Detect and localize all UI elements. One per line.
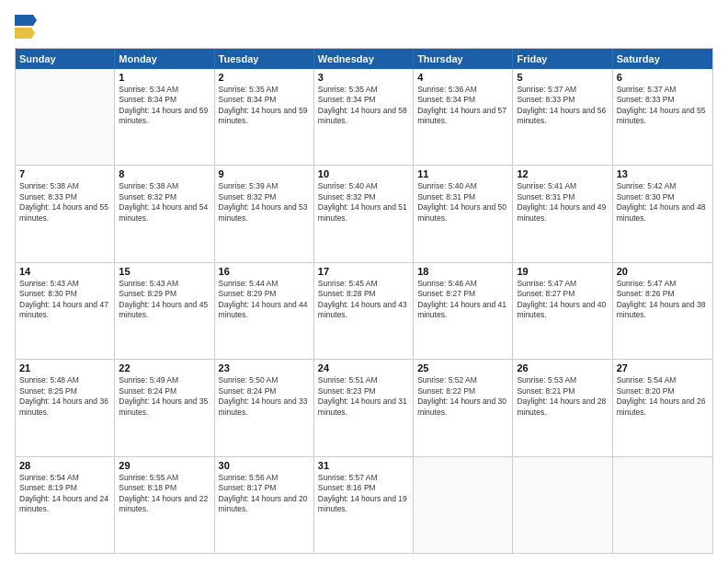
header	[15, 15, 713, 40]
cell-info: Sunrise: 5:37 AM Sunset: 8:33 PM Dayligh…	[617, 85, 709, 127]
cal-cell-2-7: 13Sunrise: 5:42 AM Sunset: 8:30 PM Dayli…	[613, 166, 712, 261]
week-row-1: 1Sunrise: 5:34 AM Sunset: 8:34 PM Daylig…	[16, 69, 712, 166]
cal-cell-5-1: 28Sunrise: 5:54 AM Sunset: 8:19 PM Dayli…	[16, 457, 115, 553]
day-number: 3	[318, 72, 409, 83]
cal-cell-1-4: 3Sunrise: 5:35 AM Sunset: 8:34 PM Daylig…	[314, 69, 414, 165]
cell-info: Sunrise: 5:35 AM Sunset: 8:34 PM Dayligh…	[219, 85, 310, 127]
day-number: 11	[417, 168, 508, 179]
header-day-saturday: Saturday	[613, 49, 712, 69]
cell-info: Sunrise: 5:52 AM Sunset: 8:22 PM Dayligh…	[417, 375, 508, 418]
cell-info: Sunrise: 5:44 AM Sunset: 8:29 PM Dayligh…	[219, 279, 310, 321]
header-day-tuesday: Tuesday	[215, 49, 314, 69]
logo-icon	[15, 15, 37, 40]
cell-info: Sunrise: 5:50 AM Sunset: 8:24 PM Dayligh…	[219, 375, 310, 418]
cal-cell-3-1: 14Sunrise: 5:43 AM Sunset: 8:30 PM Dayli…	[16, 263, 115, 359]
day-number: 4	[417, 72, 508, 83]
calendar-header: SundayMondayTuesdayWednesdayThursdayFrid…	[16, 49, 712, 69]
cal-cell-4-7: 27Sunrise: 5:54 AM Sunset: 8:20 PM Dayli…	[613, 360, 712, 455]
cell-info: Sunrise: 5:39 AM Sunset: 8:32 PM Dayligh…	[219, 181, 310, 224]
day-number: 7	[19, 168, 110, 179]
cell-info: Sunrise: 5:47 AM Sunset: 8:26 PM Dayligh…	[617, 279, 709, 321]
cell-info: Sunrise: 5:48 AM Sunset: 8:25 PM Dayligh…	[19, 375, 110, 418]
day-number: 15	[119, 266, 210, 277]
cal-cell-1-1	[16, 69, 115, 165]
header-day-monday: Monday	[115, 49, 214, 69]
cell-info: Sunrise: 5:55 AM Sunset: 8:18 PM Dayligh…	[119, 473, 210, 515]
week-row-3: 14Sunrise: 5:43 AM Sunset: 8:30 PM Dayli…	[16, 263, 712, 360]
cal-cell-4-6: 26Sunrise: 5:53 AM Sunset: 8:21 PM Dayli…	[513, 360, 612, 455]
day-number: 1	[119, 72, 210, 83]
cal-cell-2-6: 12Sunrise: 5:41 AM Sunset: 8:31 PM Dayli…	[513, 166, 612, 261]
day-number: 5	[517, 72, 608, 83]
cell-info: Sunrise: 5:46 AM Sunset: 8:27 PM Dayligh…	[417, 279, 508, 321]
week-row-4: 21Sunrise: 5:48 AM Sunset: 8:25 PM Dayli…	[16, 360, 712, 456]
cell-info: Sunrise: 5:35 AM Sunset: 8:34 PM Dayligh…	[318, 85, 409, 127]
header-day-sunday: Sunday	[16, 49, 115, 69]
cal-cell-2-4: 10Sunrise: 5:40 AM Sunset: 8:32 PM Dayli…	[314, 166, 414, 261]
cell-info: Sunrise: 5:57 AM Sunset: 8:16 PM Dayligh…	[318, 473, 409, 515]
day-number: 9	[219, 168, 310, 179]
cell-info: Sunrise: 5:40 AM Sunset: 8:31 PM Dayligh…	[417, 181, 508, 224]
cell-info: Sunrise: 5:43 AM Sunset: 8:29 PM Dayligh…	[119, 279, 210, 321]
cal-cell-2-2: 8Sunrise: 5:38 AM Sunset: 8:32 PM Daylig…	[115, 166, 214, 261]
day-number: 25	[417, 362, 508, 373]
day-number: 6	[617, 72, 709, 83]
cell-info: Sunrise: 5:56 AM Sunset: 8:17 PM Dayligh…	[219, 473, 310, 515]
day-number: 26	[517, 362, 608, 373]
cal-cell-5-5	[414, 457, 513, 553]
week-row-5: 28Sunrise: 5:54 AM Sunset: 8:19 PM Dayli…	[16, 457, 712, 553]
cal-cell-3-7: 20Sunrise: 5:47 AM Sunset: 8:26 PM Dayli…	[613, 263, 712, 359]
day-number: 17	[318, 266, 409, 277]
cell-info: Sunrise: 5:38 AM Sunset: 8:33 PM Dayligh…	[19, 181, 110, 224]
cal-cell-4-5: 25Sunrise: 5:52 AM Sunset: 8:22 PM Dayli…	[414, 360, 513, 455]
day-number: 18	[417, 266, 508, 277]
header-day-thursday: Thursday	[414, 49, 513, 69]
cal-cell-1-7: 6Sunrise: 5:37 AM Sunset: 8:33 PM Daylig…	[613, 69, 712, 165]
cal-cell-1-3: 2Sunrise: 5:35 AM Sunset: 8:34 PM Daylig…	[215, 69, 314, 165]
cal-cell-2-5: 11Sunrise: 5:40 AM Sunset: 8:31 PM Dayli…	[414, 166, 513, 261]
day-number: 16	[219, 266, 310, 277]
day-number: 28	[19, 460, 110, 471]
day-number: 21	[19, 362, 110, 373]
day-number: 19	[517, 266, 608, 277]
cell-info: Sunrise: 5:37 AM Sunset: 8:33 PM Dayligh…	[517, 85, 608, 127]
day-number: 24	[318, 362, 409, 373]
cell-info: Sunrise: 5:40 AM Sunset: 8:32 PM Dayligh…	[318, 181, 409, 224]
cal-cell-4-4: 24Sunrise: 5:51 AM Sunset: 8:23 PM Dayli…	[314, 360, 414, 455]
cal-cell-4-3: 23Sunrise: 5:50 AM Sunset: 8:24 PM Dayli…	[215, 360, 314, 455]
day-number: 13	[617, 168, 709, 179]
cal-cell-1-2: 1Sunrise: 5:34 AM Sunset: 8:34 PM Daylig…	[115, 69, 214, 165]
cal-cell-1-5: 4Sunrise: 5:36 AM Sunset: 8:34 PM Daylig…	[414, 69, 513, 165]
cell-info: Sunrise: 5:43 AM Sunset: 8:30 PM Dayligh…	[19, 279, 110, 321]
day-number: 10	[318, 168, 409, 179]
day-number: 14	[19, 266, 110, 277]
cell-info: Sunrise: 5:51 AM Sunset: 8:23 PM Dayligh…	[318, 375, 409, 418]
week-row-2: 7Sunrise: 5:38 AM Sunset: 8:33 PM Daylig…	[16, 166, 712, 262]
cal-cell-5-4: 31Sunrise: 5:57 AM Sunset: 8:16 PM Dayli…	[314, 457, 414, 553]
cal-cell-2-3: 9Sunrise: 5:39 AM Sunset: 8:32 PM Daylig…	[215, 166, 314, 261]
day-number: 30	[219, 460, 310, 471]
day-number: 31	[318, 460, 409, 471]
cell-info: Sunrise: 5:53 AM Sunset: 8:21 PM Dayligh…	[517, 375, 608, 418]
day-number: 22	[119, 362, 210, 373]
svg-marker-1	[15, 28, 35, 39]
calendar: SundayMondayTuesdayWednesdayThursdayFrid…	[15, 48, 713, 554]
cell-info: Sunrise: 5:41 AM Sunset: 8:31 PM Dayligh…	[517, 181, 608, 224]
cell-info: Sunrise: 5:49 AM Sunset: 8:24 PM Dayligh…	[119, 375, 210, 418]
cal-cell-3-3: 16Sunrise: 5:44 AM Sunset: 8:29 PM Dayli…	[215, 263, 314, 359]
cal-cell-4-1: 21Sunrise: 5:48 AM Sunset: 8:25 PM Dayli…	[16, 360, 115, 455]
header-day-wednesday: Wednesday	[314, 49, 414, 69]
cal-cell-4-2: 22Sunrise: 5:49 AM Sunset: 8:24 PM Dayli…	[115, 360, 214, 455]
cell-info: Sunrise: 5:54 AM Sunset: 8:19 PM Dayligh…	[19, 473, 110, 515]
cal-cell-1-6: 5Sunrise: 5:37 AM Sunset: 8:33 PM Daylig…	[513, 69, 612, 165]
cell-info: Sunrise: 5:47 AM Sunset: 8:27 PM Dayligh…	[517, 279, 608, 321]
cal-cell-5-2: 29Sunrise: 5:55 AM Sunset: 8:18 PM Dayli…	[115, 457, 214, 553]
cal-cell-3-6: 19Sunrise: 5:47 AM Sunset: 8:27 PM Dayli…	[513, 263, 612, 359]
day-number: 27	[617, 362, 709, 373]
cell-info: Sunrise: 5:38 AM Sunset: 8:32 PM Dayligh…	[119, 181, 210, 224]
cal-cell-5-3: 30Sunrise: 5:56 AM Sunset: 8:17 PM Dayli…	[215, 457, 314, 553]
cell-info: Sunrise: 5:54 AM Sunset: 8:20 PM Dayligh…	[617, 375, 709, 418]
day-number: 20	[617, 266, 709, 277]
day-number: 29	[119, 460, 210, 471]
day-number: 23	[219, 362, 310, 373]
